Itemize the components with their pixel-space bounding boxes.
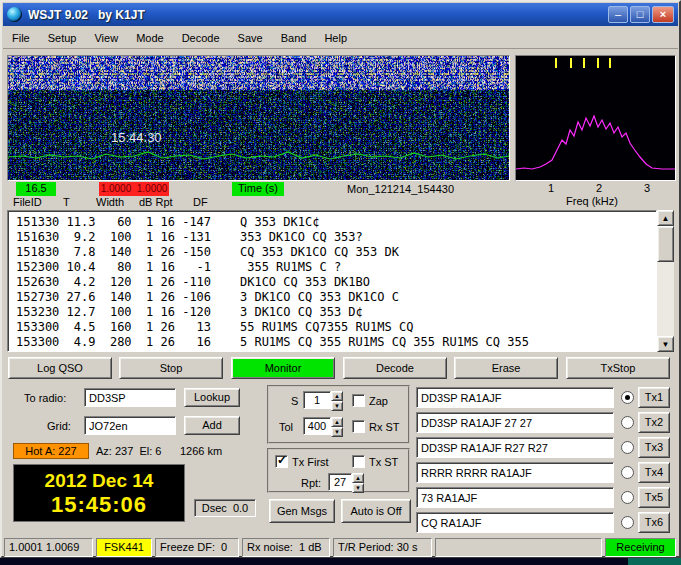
s-down-icon[interactable]: ▼ xyxy=(331,401,343,411)
title-bar[interactable]: WSJT 9.02 by K1JT – □ × xyxy=(3,3,678,26)
spectrum-graphic xyxy=(516,56,675,180)
clock-date: 2012 Dec 14 xyxy=(14,470,184,492)
dsec-box: Dsec 0.0 xyxy=(194,499,256,517)
rpt-spinner-value[interactable]: 27 xyxy=(328,473,352,491)
spectrum-display xyxy=(515,55,676,181)
tol-down-icon[interactable]: ▼ xyxy=(331,427,343,437)
freq-tick-2: 2 xyxy=(596,182,602,194)
time-axis-label: Time (s) xyxy=(232,182,284,196)
decode-scrollbar[interactable]: ▲ ▼ xyxy=(657,210,674,352)
grid-input[interactable] xyxy=(84,416,176,435)
rpt-spinner[interactable]: ▲ ▼ xyxy=(352,473,364,491)
menu-help[interactable]: Help xyxy=(315,28,356,48)
rpt-down-icon[interactable]: ▼ xyxy=(352,483,364,493)
level-indicator: 16.5 xyxy=(16,182,56,196)
menu-bar: File Setup View Mode Decode Save Band He… xyxy=(3,27,678,49)
decode-text-area[interactable]: 151330 11.3 60 1 16 -147 Q 353 DK1C¢ 151… xyxy=(7,210,657,352)
s-spinner-value[interactable]: 1 xyxy=(303,391,331,409)
tx-st-checkbox[interactable] xyxy=(352,455,365,468)
tx2-message-input[interactable] xyxy=(416,412,614,433)
recording-filename: Mon_121214_154430 xyxy=(347,183,454,195)
menu-save[interactable]: Save xyxy=(229,28,272,48)
col-t: T xyxy=(63,196,70,208)
tx-first-checkbox[interactable] xyxy=(275,455,288,468)
tx1-button[interactable]: Tx1 xyxy=(638,387,670,408)
tx4-radio[interactable] xyxy=(621,466,634,479)
erase-button[interactable]: Erase xyxy=(454,357,558,379)
col-width: Width xyxy=(96,196,124,208)
tx4-button[interactable]: Tx4 xyxy=(638,462,670,483)
tx6-radio[interactable] xyxy=(621,516,634,529)
stop-button[interactable]: Stop xyxy=(119,357,223,379)
to-radio-label: To radio: xyxy=(24,392,66,404)
menu-mode[interactable]: Mode xyxy=(127,28,173,48)
clock-time: 15:45:06 xyxy=(14,492,184,518)
lookup-button[interactable]: Lookup xyxy=(184,388,240,407)
statusbar-freqs: 1.0001 1.0069 xyxy=(4,538,93,557)
tx5-message-input[interactable] xyxy=(416,487,614,508)
decode-line: 151630 9.2 100 1 16 -131 353 DK1CO CQ 35… xyxy=(16,230,656,245)
waterfall-graphic: 15:44:30 xyxy=(8,56,509,180)
auto-button[interactable]: Auto is Off xyxy=(341,499,411,523)
col-fileid: FileID xyxy=(13,196,42,208)
s-label: S xyxy=(291,395,298,407)
waterfall-display: 15:44:30 xyxy=(7,55,510,181)
decode-button[interactable]: Decode xyxy=(343,357,447,379)
tx1-message-input[interactable] xyxy=(416,387,614,408)
decode-line: 151830 7.8 140 1 26 -150 CQ 353 DK1CO CQ… xyxy=(16,245,656,260)
tx6-button[interactable]: Tx6 xyxy=(638,512,670,533)
add-button[interactable]: Add xyxy=(184,416,240,435)
tx2-radio[interactable] xyxy=(621,416,634,429)
tx3-button[interactable]: Tx3 xyxy=(638,437,670,458)
tol-up-icon[interactable]: ▲ xyxy=(331,417,343,427)
statusbar-tr-period: T/R Period: 30 s xyxy=(333,538,432,557)
statusbar-freeze-df: Freeze DF: 0 xyxy=(155,538,239,557)
time-overlay: 15:44:30 xyxy=(111,130,162,145)
menu-file[interactable]: File xyxy=(3,28,39,48)
menu-band[interactable]: Band xyxy=(272,28,316,48)
to-radio-input[interactable] xyxy=(84,388,176,407)
rpt-label: Rpt: xyxy=(301,477,321,489)
freq-axis-label: Freq (kHz) xyxy=(566,195,618,207)
s-spinner[interactable]: ▲ ▼ xyxy=(331,391,343,409)
scroll-thumb[interactable] xyxy=(657,226,674,262)
decode-line: 153300 4.9 280 1 26 16 5 RU1MS CQ 355 RU… xyxy=(16,335,656,350)
gen-msgs-button[interactable]: Gen Msgs xyxy=(269,499,335,523)
tx-first-label: Tx First xyxy=(292,456,329,468)
minimize-button[interactable]: – xyxy=(608,6,628,23)
rx-st-checkbox[interactable] xyxy=(352,420,365,433)
menu-view[interactable]: View xyxy=(85,28,127,48)
close-button[interactable]: × xyxy=(652,6,674,23)
az-el-label: Az: 237 El: 6 xyxy=(96,445,161,457)
tx2-button[interactable]: Tx2 xyxy=(638,412,670,433)
tol-spinner[interactable]: ▲ ▼ xyxy=(331,417,343,435)
log-qso-button[interactable]: Log QSO xyxy=(8,357,112,379)
rpt-up-icon[interactable]: ▲ xyxy=(352,473,364,483)
tol-spinner-value[interactable]: 400 xyxy=(303,417,331,435)
menu-setup[interactable]: Setup xyxy=(39,28,86,48)
freq-tick-3: 3 xyxy=(644,182,650,194)
hot-a-indicator: Hot A: 227 xyxy=(13,443,89,459)
zap-checkbox[interactable] xyxy=(352,394,365,407)
tx1-radio[interactable] xyxy=(621,391,634,404)
clock-display: 2012 Dec 14 15:45:06 xyxy=(13,464,185,522)
tx4-message-input[interactable] xyxy=(416,462,614,483)
scroll-down-icon[interactable]: ▼ xyxy=(657,336,674,352)
sync-indicator: 1.0000 1.0000 xyxy=(99,182,169,196)
decode-line: 151330 11.3 60 1 16 -147 Q 353 DK1C¢ xyxy=(16,215,656,230)
tx5-button[interactable]: Tx5 xyxy=(638,487,670,508)
txstop-button[interactable]: TxStop xyxy=(566,357,670,379)
decode-line: 152300 10.4 80 1 16 -1 355 RU1MS C ? xyxy=(16,260,656,275)
col-db-rpt: dB Rpt xyxy=(139,196,173,208)
distance-label: 1266 km xyxy=(180,445,222,457)
s-up-icon[interactable]: ▲ xyxy=(331,391,343,401)
maximize-button[interactable]: □ xyxy=(630,6,650,23)
menu-decode[interactable]: Decode xyxy=(173,28,229,48)
tx3-message-input[interactable] xyxy=(416,437,614,458)
window-title: WSJT 9.02 by K1JT xyxy=(28,8,606,22)
tx3-radio[interactable] xyxy=(621,441,634,454)
scroll-up-icon[interactable]: ▲ xyxy=(657,210,674,226)
monitor-button[interactable]: Monitor xyxy=(231,357,335,379)
tx5-radio[interactable] xyxy=(621,491,634,504)
tx6-message-input[interactable] xyxy=(416,512,614,533)
